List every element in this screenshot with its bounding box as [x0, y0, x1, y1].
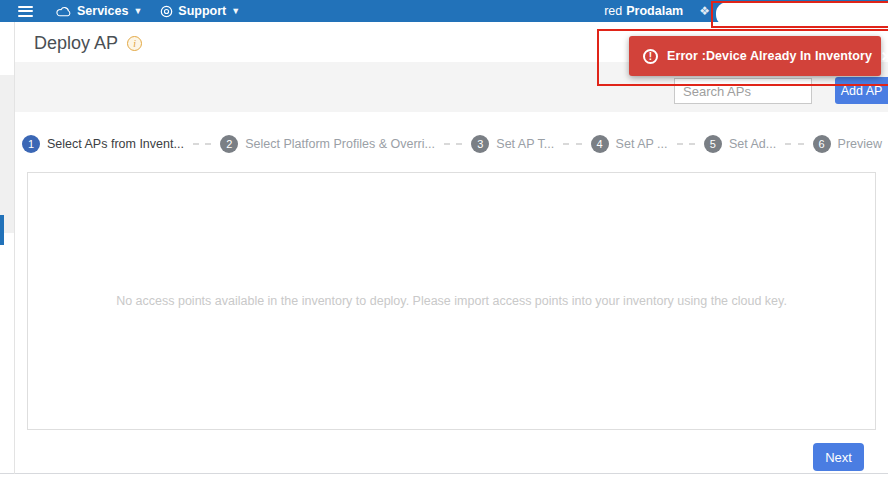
- hamburger-menu-icon[interactable]: [18, 6, 33, 17]
- step-label: Select APs from Invent...: [47, 137, 184, 151]
- step-label: Set Ad...: [729, 137, 776, 151]
- step-connector: [677, 143, 695, 145]
- step-label: Set AP ...: [616, 137, 668, 151]
- nav-services-label: Services: [77, 4, 128, 18]
- step-number: 5: [704, 135, 722, 153]
- step-label: Set AP T...: [496, 137, 554, 151]
- cloud-icon: [56, 6, 72, 17]
- step-number: 1: [22, 135, 40, 153]
- left-scrollbar-thumb[interactable]: [0, 215, 4, 245]
- stepper: 1Select APs from Invent...2Select Platfo…: [22, 134, 882, 154]
- lifebuoy-icon: [160, 5, 173, 18]
- step-connector: [563, 143, 581, 145]
- page-title: Deploy AP: [34, 33, 118, 54]
- toast-message: Error :Device Already In Inventory: [667, 49, 872, 63]
- step-item-1: 1Select APs from Invent...: [22, 135, 184, 153]
- step-item-2: 2Select Platform Profiles & Overri...: [220, 135, 435, 153]
- page-bottom-divider: [0, 473, 888, 474]
- step-label: Select Platform Profiles & Overri...: [245, 137, 435, 151]
- step-item-6: 6Preview: [813, 135, 882, 153]
- empty-inventory-message: No access points available in the invent…: [56, 294, 847, 308]
- step-number: 6: [813, 135, 831, 153]
- nav-support-label: Support: [178, 4, 226, 18]
- info-icon[interactable]: i: [127, 36, 142, 51]
- account-name: Prodalam: [626, 4, 683, 18]
- step-connector: [444, 143, 462, 145]
- toast-close-icon[interactable]: ✕: [881, 49, 888, 64]
- step-label: Preview: [838, 137, 882, 151]
- account-prefix: red: [604, 4, 622, 18]
- step-number: 4: [591, 135, 609, 153]
- next-button[interactable]: Next: [813, 443, 864, 471]
- account-area[interactable]: red Prodalam ❖: [604, 4, 710, 18]
- step-connector: [193, 143, 211, 145]
- nav-services-menu[interactable]: Services ▼: [56, 4, 142, 18]
- chevron-down-icon: ▼: [133, 6, 142, 16]
- apps-grid-icon[interactable]: ❖: [699, 4, 710, 18]
- search-aps-input[interactable]: [674, 78, 812, 104]
- deploy-ap-page: Services ▼ Support ▼ red Prodalam ❖ ! Er…: [0, 0, 888, 478]
- step-item-4: 4Set AP ...: [591, 135, 668, 153]
- step-number: 3: [471, 135, 489, 153]
- step-connector: [785, 143, 803, 145]
- nav-support-menu[interactable]: Support ▼: [160, 4, 240, 18]
- exclamation-circle-icon: !: [643, 49, 658, 64]
- left-scrollbar-track: [0, 75, 14, 233]
- redaction-blob: [726, 18, 826, 28]
- inventory-panel: No access points available in the invent…: [27, 172, 876, 430]
- error-toast: ! Error :Device Already In Inventory ✕: [629, 36, 881, 76]
- page-header: Deploy AP i: [34, 33, 142, 54]
- left-divider: [14, 22, 15, 474]
- step-number: 2: [220, 135, 238, 153]
- add-ap-button[interactable]: Add AP: [835, 77, 888, 104]
- chevron-down-icon: ▼: [231, 6, 240, 16]
- step-item-5: 5Set Ad...: [704, 135, 776, 153]
- step-item-3: 3Set AP T...: [471, 135, 554, 153]
